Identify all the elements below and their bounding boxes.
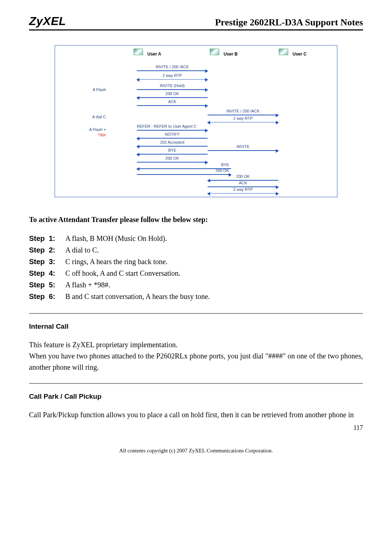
step-row: Step 5: A flash + *98#.: [29, 279, 363, 291]
step-label: Step 4:: [29, 267, 62, 279]
step-body: B and C start conversation, A hears the …: [65, 291, 363, 302]
brand-logo: ZyXEL: [29, 15, 66, 28]
divider: [29, 383, 363, 384]
step-label: Step 1:: [29, 233, 62, 244]
attendant-transfer-heading: To active Attendant Transfer please foll…: [29, 216, 363, 224]
call-park-p1: Call Park/Pickup function allows you to …: [29, 409, 363, 420]
msg-label: INVITE / 200 /ACK: [137, 65, 208, 69]
msg-2wayrtp-b-c-2: 2 way RTP: [208, 193, 278, 194]
page-header: ZyXEL Prestige 2602RL-D3A Support Notes: [29, 15, 363, 30]
step-row: Step 2: A dial to C.: [29, 244, 363, 256]
user-a-column-header: User A: [131, 49, 161, 59]
msg-invite-b-c: INVITE: [208, 150, 278, 151]
user-c-label: User C: [293, 52, 307, 57]
msg-label: BYE: [137, 163, 231, 167]
side-label-adialc: A dial C: [62, 115, 106, 119]
msg-invite-200-ack-b-c: INVITE / 200 /ACK: [208, 115, 278, 115]
computer-icon: [131, 49, 145, 59]
step-body: A flash, B MOH (Music On Hold).: [65, 233, 363, 244]
step-label: Step 3:: [29, 256, 62, 267]
internal-call-p2: When you have two phones attached to the…: [29, 350, 363, 373]
msg-ack-1: ACK: [137, 105, 208, 106]
msg-label: INVITE / 200 /ACK: [208, 109, 278, 113]
msg-label: 200 OK: [137, 168, 231, 173]
msg-label: REFER : REFER to User Agent C: [137, 124, 208, 128]
side-label-aflash: A Flash: [62, 87, 106, 92]
msg-invite-200-ack-a-b: INVITE / 200 /ACK: [137, 70, 208, 71]
arrow-right-icon: [205, 104, 208, 108]
arrow-left-icon: [207, 121, 210, 124]
msg-2wayrtp-a-b: 2 way RTP: [137, 79, 208, 80]
msg-refer: REFER : REFER to User Agent C: [137, 130, 208, 131]
footer-copyright: All contents copyright (c) 2007 ZyXEL Co…: [29, 448, 363, 454]
msg-label: BYE: [137, 148, 208, 152]
step-body: A dial to C.: [65, 244, 363, 256]
side-label-aflash98a: A Flash +: [62, 127, 106, 132]
step-row: Step 3: C rings, A hears the ring back t…: [29, 256, 363, 267]
step-body: C off hook, A and C start Conversation.: [65, 267, 363, 279]
arrow-right-icon: [276, 149, 279, 153]
msg-label: 202 Accepted: [137, 140, 208, 144]
step-label: Step 5:: [29, 279, 62, 291]
user-c-column-header: User C: [277, 49, 307, 59]
call-park-heading: Call Park / Call Pickup: [29, 393, 363, 401]
msg-invite-hold: INVITE (Hold): [137, 89, 208, 90]
step-label: Step 2:: [29, 244, 62, 256]
arrow-right-icon: [276, 121, 279, 124]
sip-sequence-diagram: User A User B User C A Flash A dial C A …: [54, 45, 338, 197]
msg-2wayrtp-b-c-1: 2 way RTP: [208, 122, 278, 123]
msg-label: 2 way RTP: [208, 187, 278, 192]
msg-label: INVITE (Hold): [137, 83, 208, 88]
msg-notify: NOTIFY: [137, 138, 208, 139]
msg-label: NOTIFY: [137, 132, 208, 136]
msg-label: ACK: [137, 99, 208, 104]
step-body: A flash + *98#.: [65, 279, 363, 291]
arrow-left-icon: [136, 78, 139, 82]
step-body: C rings, A hears the ring back tone.: [65, 256, 363, 267]
msg-label: ACK: [208, 181, 278, 185]
step-row: Step 6: B and C start conversation, A he…: [29, 291, 363, 302]
msg-label: 200 OK: [208, 174, 278, 178]
page-number: 117: [29, 424, 363, 432]
msg-202-accepted: 202 Accepted: [137, 146, 208, 147]
divider: [29, 313, 363, 314]
side-label-aflash98b: *98#: [62, 133, 106, 137]
user-b-label: User B: [224, 52, 238, 57]
msg-label: 200 OK: [137, 91, 208, 96]
document-title: Prestige 2602RL-D3A Support Notes: [215, 17, 363, 28]
computer-icon: [277, 49, 290, 59]
msg-label: 2 way RTP: [208, 116, 278, 120]
computer-icon: [208, 49, 221, 59]
user-b-column-header: User B: [208, 49, 238, 59]
msg-200ok-1: 200 OK: [137, 97, 208, 98]
msg-label: 2 way RTP: [137, 73, 208, 78]
steps-list: Step 1: A flash, B MOH (Music On Hold). …: [29, 233, 363, 302]
internal-call-heading: Internal Call: [29, 323, 363, 331]
arrow-right-icon: [205, 69, 208, 73]
arrow-left-icon: [207, 192, 210, 196]
msg-label: 200 OK: [137, 156, 208, 160]
msg-bye-1: BYE: [137, 154, 208, 155]
arrow-right-icon: [205, 78, 208, 82]
step-row: Step 4: C off hook, A and C start Conver…: [29, 267, 363, 279]
internal-call-p1: This feature is ZyXEL proprietary implem…: [29, 339, 363, 350]
msg-label: INVITE: [208, 144, 278, 149]
user-a-label: User A: [147, 52, 161, 57]
step-row: Step 1: A flash, B MOH (Music On Hold).: [29, 233, 363, 244]
step-label: Step 6:: [29, 291, 62, 302]
arrow-right-icon: [276, 192, 279, 196]
